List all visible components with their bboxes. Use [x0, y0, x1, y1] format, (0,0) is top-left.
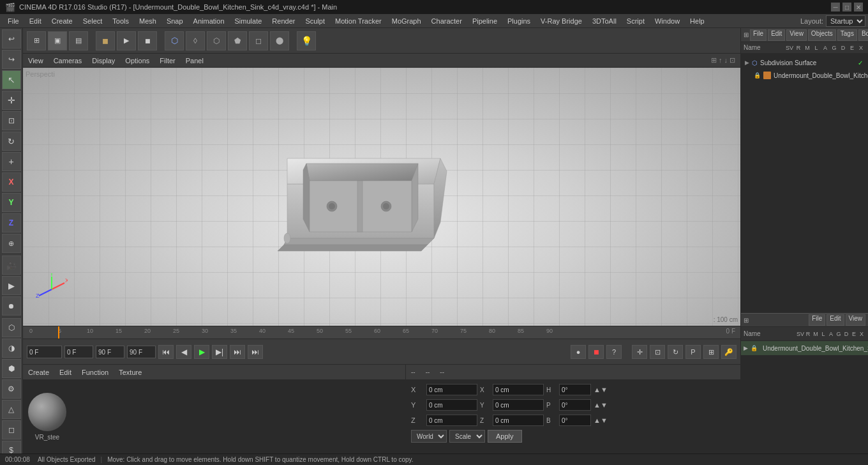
menu-character[interactable]: Character	[426, 16, 467, 26]
menu-script[interactable]: Script	[622, 16, 650, 26]
objects-view-btn[interactable]: View	[786, 29, 807, 41]
coord-z-pos[interactable]	[426, 415, 477, 426]
viewport-area[interactable]: Perspecti	[23, 68, 740, 326]
render-region-button[interactable]: ⊞	[27, 31, 46, 50]
move-keys-button[interactable]: ✛	[632, 345, 647, 359]
close-button[interactable]: ✕	[854, 3, 863, 11]
camera-button[interactable]: 🎥	[2, 255, 21, 275]
coord-world-dropdown[interactable]: World	[411, 430, 447, 443]
material-menu-function[interactable]: Function	[82, 369, 108, 376]
undo-button[interactable]: ↩	[2, 29, 21, 49]
menu-mograph[interactable]: MoGraph	[387, 16, 426, 26]
object-type-3[interactable]: ⬢	[2, 359, 21, 378]
render-all-button[interactable]: ▤	[69, 31, 88, 50]
menu-simulate[interactable]: Simulate	[230, 16, 267, 26]
edge-mode-button[interactable]: ⬟	[228, 31, 247, 50]
point-mode-button[interactable]: ◻	[249, 31, 268, 50]
coord-z-arrow-btn[interactable]: ▲▼	[594, 416, 608, 424]
spline-mode-button[interactable]: ◊	[186, 31, 205, 50]
object-type-4[interactable]: ⚙	[2, 379, 21, 399]
play-button[interactable]: ▶	[2, 276, 21, 295]
vp-menu-view[interactable]: View	[28, 57, 43, 65]
minimize-button[interactable]: ─	[831, 3, 840, 11]
material-item[interactable]: VR_stee	[28, 393, 66, 441]
object-mode-button[interactable]: ⬡	[165, 31, 184, 50]
coord-x-pos[interactable]	[426, 384, 477, 395]
apply-button[interactable]: Apply	[488, 430, 522, 443]
list-item[interactable]: ▶ 🔒 Undermount_Double_Bowl_Kitchen_Sink …	[741, 341, 868, 355]
menu-vray[interactable]: V-Ray Bridge	[535, 16, 587, 26]
select-mode-button[interactable]: ↖	[2, 70, 21, 89]
title-bar-controls[interactable]: ─ □ ✕	[831, 3, 863, 11]
coord-x-size[interactable]	[493, 384, 544, 395]
scale-tool-button[interactable]: ⊡	[2, 111, 21, 130]
object-type-7[interactable]: $	[2, 441, 21, 454]
material-menu-create[interactable]: Create	[28, 369, 49, 376]
interactive-render-button[interactable]: ▶	[117, 31, 136, 50]
coord-h-rot[interactable]	[559, 384, 591, 395]
param-keys-button[interactable]: P	[685, 345, 701, 359]
objects-edit-btn[interactable]: Edit	[768, 29, 785, 41]
polygon-mode-button[interactable]: ⬡	[207, 31, 226, 50]
object-type-5[interactable]: △	[2, 400, 21, 419]
menu-3dtoall[interactable]: 3DToAll	[587, 16, 622, 26]
menu-snap[interactable]: Snap	[161, 16, 188, 26]
objects-bookmarks-btn[interactable]: Bookmarks	[858, 29, 868, 41]
stop-button[interactable]: ⏹	[588, 345, 604, 359]
axis-y-button[interactable]: Y	[2, 193, 21, 212]
coord-y-size[interactable]	[493, 399, 544, 411]
add-tool-button[interactable]: +	[2, 152, 21, 171]
menu-edit[interactable]: Edit	[24, 16, 47, 26]
menu-plugins[interactable]: Plugins	[502, 16, 535, 26]
play-timeline-button[interactable]: ▶	[194, 345, 209, 359]
objects-file-btn[interactable]: File	[750, 29, 767, 41]
go-end-button[interactable]: ⏭	[230, 345, 245, 359]
vp-menu-cameras[interactable]: Cameras	[54, 57, 82, 65]
material-menu-edit[interactable]: Edit	[59, 369, 71, 376]
start-frame-input[interactable]	[64, 346, 93, 358]
materials-view-btn[interactable]: View	[846, 314, 866, 326]
step-back-button[interactable]: ◀	[176, 345, 191, 359]
menu-window[interactable]: Window	[650, 16, 685, 26]
table-row[interactable]: ▶ ⬡ Subdivision Surface ✓	[744, 56, 865, 69]
scale-keys-button[interactable]: ⊡	[650, 345, 665, 359]
coord-z-size[interactable]	[493, 415, 544, 426]
axis-z-button[interactable]: Z	[2, 213, 21, 232]
menu-animation[interactable]: Animation	[188, 16, 230, 26]
axis-x-button[interactable]: X	[2, 172, 21, 192]
vp-menu-panel[interactable]: Panel	[186, 57, 204, 65]
go-last-frame-button[interactable]: ⏭	[248, 345, 263, 359]
layout-dropdown[interactable]: Startup	[826, 15, 865, 27]
coord-b-rot[interactable]	[559, 415, 591, 426]
menu-help[interactable]: Help	[685, 16, 710, 26]
step-forward-button[interactable]: ▶|	[212, 345, 227, 359]
keyframe-button[interactable]: 🔑	[721, 345, 737, 359]
render-active-button[interactable]: ▣	[48, 31, 67, 50]
redo-button[interactable]: ↪	[2, 50, 21, 69]
menu-render[interactable]: Render	[267, 16, 300, 26]
coord-x-arrow-btn[interactable]: ▲▼	[594, 386, 608, 393]
objects-tags-btn[interactable]: Tags	[837, 29, 857, 41]
stop-render-button[interactable]: ⏹	[138, 31, 157, 50]
object-type-6[interactable]: ◻	[2, 420, 21, 439]
record-button[interactable]: ⏺	[2, 296, 21, 316]
axis-all-button[interactable]: ⊕	[2, 234, 21, 253]
materials-file-btn[interactable]: File	[809, 314, 825, 326]
objects-objects-btn[interactable]: Objects	[808, 29, 836, 41]
menu-tools[interactable]: Tools	[107, 16, 134, 26]
menu-file[interactable]: File	[3, 16, 24, 26]
coord-y-pos[interactable]	[426, 399, 477, 411]
coord-p-rot[interactable]	[559, 399, 591, 411]
viewport-canvas[interactable]: Perspecti	[23, 68, 740, 326]
render-button[interactable]: ◼	[96, 31, 115, 50]
rotate-keys-button[interactable]: ↻	[668, 345, 683, 359]
preview-end-input[interactable]	[127, 346, 156, 358]
vp-menu-options[interactable]: Options	[125, 57, 149, 65]
object-type-2[interactable]: ◑	[2, 339, 21, 358]
move-tool-button[interactable]: ✛	[2, 91, 21, 110]
material-menu-texture[interactable]: Texture	[119, 369, 142, 376]
materials-edit-btn[interactable]: Edit	[827, 314, 844, 326]
vp-menu-display[interactable]: Display	[92, 57, 115, 65]
menu-select[interactable]: Select	[78, 16, 108, 26]
menu-mesh[interactable]: Mesh	[134, 16, 161, 26]
